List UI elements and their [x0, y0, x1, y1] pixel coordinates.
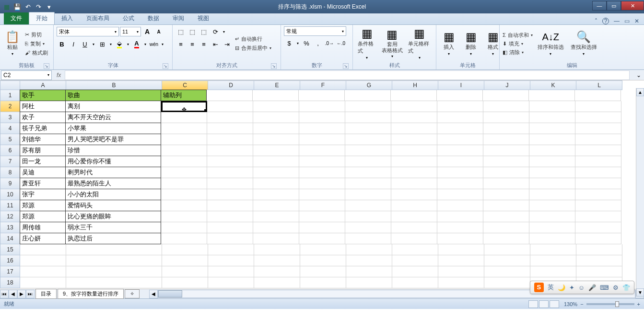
cell[interactable]: 庄心妍	[20, 233, 66, 244]
cell[interactable]	[161, 189, 207, 200]
cell[interactable]	[299, 200, 345, 211]
cell[interactable]	[437, 167, 483, 178]
cell[interactable]	[20, 266, 66, 277]
undo-icon[interactable]: ↶	[24, 3, 32, 11]
column-header[interactable]: H	[392, 80, 438, 90]
formula-expand-icon[interactable]: ⌄	[633, 72, 644, 79]
italic-button[interactable]: I	[68, 39, 79, 49]
cell[interactable]	[66, 277, 162, 288]
inc-decimal-button[interactable]: .0→	[324, 38, 335, 48]
cell[interactable]	[529, 189, 575, 200]
ime-toolbar[interactable]: S 英 🌙 ✦ ☺ 🎤 ⌨ ⚙ 👕	[530, 281, 634, 294]
row-header[interactable]: 4	[0, 123, 20, 134]
cell[interactable]: 用心爱你你不懂	[65, 156, 161, 167]
cell[interactable]	[207, 189, 253, 200]
cell[interactable]	[300, 244, 346, 255]
cell[interactable]	[161, 211, 207, 222]
cell[interactable]	[253, 90, 299, 101]
cell[interactable]: 弱水三千	[65, 222, 161, 233]
ime-settings-icon[interactable]: ⚙	[613, 284, 619, 291]
tab-data[interactable]: 数据	[141, 12, 166, 24]
name-box[interactable]: C2▾	[1, 70, 52, 80]
fill-more-icon[interactable]: ▾	[126, 39, 130, 49]
cell[interactable]	[162, 255, 208, 266]
grow-font-button[interactable]: A	[142, 26, 152, 37]
cell[interactable]	[207, 178, 253, 189]
tab-insert[interactable]: 插入	[55, 12, 80, 24]
cell[interactable]	[345, 189, 391, 200]
clipboard-launcher-icon[interactable]: ↘	[44, 63, 49, 69]
cell[interactable]	[391, 222, 437, 233]
column-header[interactable]: G	[346, 80, 392, 90]
cell[interactable]	[345, 112, 391, 123]
row-header[interactable]: 6	[0, 145, 20, 156]
cell[interactable]: 筷子兄弟	[20, 123, 66, 134]
cell[interactable]	[346, 277, 392, 288]
cell[interactable]	[207, 167, 253, 178]
cell[interactable]	[437, 134, 483, 145]
indent-dec-button[interactable]: ⇤	[210, 39, 221, 49]
cell[interactable]	[529, 167, 575, 178]
cell[interactable]	[391, 233, 437, 244]
cell[interactable]	[299, 145, 345, 156]
cell[interactable]	[483, 112, 529, 123]
cell[interactable]	[437, 112, 483, 123]
cell[interactable]	[207, 112, 253, 123]
ime-moon-icon[interactable]: 🌙	[558, 284, 565, 291]
ribbon-minimize-icon[interactable]: ˄	[595, 18, 597, 24]
font-face-combo[interactable]: 宋体▾	[57, 27, 119, 36]
row-header[interactable]: 14	[0, 233, 20, 244]
cell[interactable]	[207, 134, 253, 145]
cell[interactable]	[345, 178, 391, 189]
cell[interactable]	[345, 233, 391, 244]
cell[interactable]	[575, 178, 621, 189]
cell[interactable]	[438, 255, 484, 266]
comma-button[interactable]: ,	[313, 38, 323, 48]
cell[interactable]	[484, 266, 530, 277]
cell[interactable]: 离不开天空的云	[65, 112, 161, 123]
cell[interactable]	[299, 156, 345, 167]
sheet-tab[interactable]: 9、按字符数量进行排序	[58, 289, 124, 299]
cell[interactable]	[437, 189, 483, 200]
orientation-more-icon[interactable]: ▾	[222, 26, 226, 37]
cell[interactable]	[66, 266, 162, 277]
sort-filter-button[interactable]: A↓Z排序和筛选▾	[536, 26, 566, 61]
number-format-combo[interactable]: 常规▾	[284, 26, 346, 36]
cell[interactable]	[529, 233, 575, 244]
align-top-button[interactable]: ⬚	[176, 26, 186, 37]
maximize-button[interactable]: ▭	[607, 1, 621, 11]
accounting-more-icon[interactable]: ▾	[295, 38, 300, 48]
cell[interactable]	[575, 123, 621, 134]
cell[interactable]	[299, 123, 345, 134]
new-sheet-button[interactable]: ✧	[125, 289, 140, 298]
cell[interactable]	[207, 123, 253, 134]
column-header[interactable]: A	[20, 80, 66, 90]
workbook-close-icon[interactable]: ✕	[634, 18, 639, 24]
cell[interactable]: 剩男时代	[65, 167, 161, 178]
cell[interactable]	[20, 244, 66, 255]
cell[interactable]	[437, 211, 483, 222]
view-pagebreak-button[interactable]	[550, 300, 559, 308]
number-launcher-icon[interactable]: ↘	[343, 63, 349, 69]
cell[interactable]	[483, 156, 529, 167]
ime-punct-icon[interactable]: ✦	[569, 284, 574, 291]
cell[interactable]	[345, 134, 391, 145]
hscroll-thumb[interactable]	[158, 290, 182, 297]
cell[interactable]	[208, 266, 254, 277]
cell[interactable]	[299, 134, 345, 145]
cell[interactable]	[484, 255, 530, 266]
cell[interactable]	[161, 156, 207, 167]
cell[interactable]	[437, 145, 483, 156]
cell[interactable]: 爱情码头	[65, 200, 161, 211]
cell[interactable]	[529, 101, 575, 112]
cell[interactable]	[207, 222, 253, 233]
cell[interactable]	[253, 101, 299, 112]
select-all-corner[interactable]	[0, 80, 20, 90]
scroll-down-icon[interactable]: ▼	[636, 288, 644, 296]
minimize-button[interactable]: —	[592, 1, 607, 11]
cell[interactable]	[530, 244, 576, 255]
cell[interactable]	[392, 266, 438, 277]
cell[interactable]	[483, 145, 529, 156]
cell[interactable]	[391, 90, 437, 101]
cell[interactable]	[438, 244, 484, 255]
